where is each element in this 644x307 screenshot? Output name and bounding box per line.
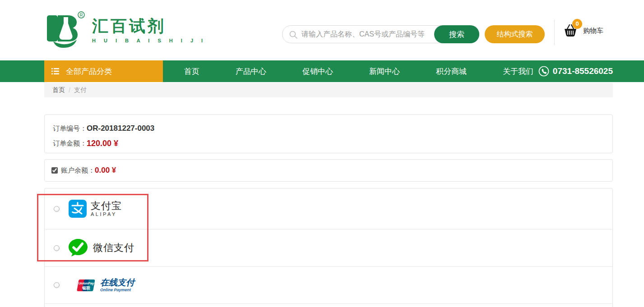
breadcrumb-current: 支付 [74, 86, 87, 94]
wechat-radio[interactable] [54, 245, 60, 251]
nav-item-news[interactable]: 新闻中心 [354, 66, 415, 77]
breadcrumb-home[interactable]: 首页 [52, 86, 65, 94]
order-number-label: 订单编号： [53, 124, 87, 133]
site-logo[interactable]: R 汇百试剂 H U I B A I S H I J I [44, 9, 206, 50]
alipay-text: 支付宝 ALIPAY [91, 201, 122, 217]
unionpay-logo: UnionPay 银联 [76, 279, 97, 292]
category-list-icon [51, 68, 59, 74]
structure-search-button[interactable]: 结构式搜索 [485, 25, 545, 43]
nav-item-points-mall[interactable]: 积分商城 [421, 66, 482, 77]
search-input[interactable] [301, 26, 441, 43]
payment-methods-card: 支付宝 ALIPAY 微信支付 UnionPay 银联 在线支付 Online … [44, 188, 613, 307]
unionpay-name: 在线支付 [100, 278, 134, 287]
balance-label: 账户余额： [61, 166, 95, 175]
unionpay-logo-en: UnionPay [79, 281, 94, 285]
cart-count-badge: 0 [572, 19, 582, 29]
logo-en-name: H U I B A I S H I J I [92, 38, 206, 43]
header-divider [554, 20, 555, 45]
use-balance-checkbox[interactable] [51, 167, 58, 174]
cart-label: 购物车 [583, 27, 603, 35]
nav-links: 首页 产品中心 促销中心 新闻中心 积分商城 关于我们 [163, 60, 548, 82]
search-button[interactable]: 搜索 [434, 25, 479, 43]
phone-number: 0731-85526025 [553, 66, 613, 76]
unionpay-radio[interactable] [54, 282, 60, 288]
payment-option-alipay[interactable]: 支付宝 ALIPAY [45, 188, 612, 229]
cart-widget[interactable]: 0 购物车 [562, 23, 603, 39]
alipay-subtitle: ALIPAY [91, 211, 122, 217]
order-info-card: 订单编号： OR-20181227-0003 订单金额： 120.00 ¥ [44, 115, 613, 153]
all-categories-label: 全部产品分类 [66, 66, 112, 77]
unionpay-logo-cn: 银联 [82, 286, 91, 290]
search-bar: 搜索 [282, 25, 479, 43]
main-navbar: 全部产品分类 首页 产品中心 促销中心 新闻中心 积分商城 关于我们 0731-… [0, 60, 644, 82]
contact-phone: 0731-85526025 [538, 60, 613, 82]
order-number-value: OR-20181227-0003 [87, 124, 154, 133]
search-icon [289, 30, 298, 39]
order-amount-value: 120.00 ¥ [87, 139, 118, 148]
alipay-radio[interactable] [54, 206, 60, 212]
alipay-name: 支付宝 [91, 201, 122, 211]
wechat-pay-icon [68, 238, 88, 258]
balance-value: 0.00 ¥ [95, 166, 116, 175]
wechat-name: 微信支付 [93, 241, 134, 255]
logo-cn-name: 汇百试剂 [92, 17, 206, 35]
nav-item-home[interactable]: 首页 [169, 66, 214, 77]
site-header: R 汇百试剂 H U I B A I S H I J I 搜索 结构式搜索 [0, 0, 644, 60]
registered-mark: R [79, 13, 83, 18]
nav-item-products[interactable]: 产品中心 [221, 66, 281, 77]
unionpay-subtitle: Online Payment [100, 288, 134, 292]
order-amount-line: 订单金额： 120.00 ¥ [53, 137, 604, 149]
breadcrumb: 首页 / 支付 [44, 83, 613, 97]
alipay-icon [69, 200, 87, 218]
order-amount-label: 订单金额： [53, 139, 87, 148]
logo-hb-icon: R [44, 9, 89, 50]
unionpay-text: 在线支付 Online Payment [100, 278, 134, 292]
payment-option-wechat[interactable]: 微信支付 [45, 229, 612, 267]
phone-icon [538, 66, 549, 77]
payment-option-unionpay[interactable]: UnionPay 银联 在线支付 Online Payment [45, 267, 612, 304]
nav-item-promotions[interactable]: 促销中心 [287, 66, 348, 77]
all-categories-button[interactable]: 全部产品分类 [44, 60, 163, 82]
logo-text: 汇百试剂 H U I B A I S H I J I [92, 17, 206, 43]
breadcrumb-separator: / [69, 87, 70, 94]
account-balance-card: 账户余额： 0.00 ¥ [44, 159, 613, 182]
order-number-line: 订单编号： OR-20181227-0003 [53, 123, 604, 134]
